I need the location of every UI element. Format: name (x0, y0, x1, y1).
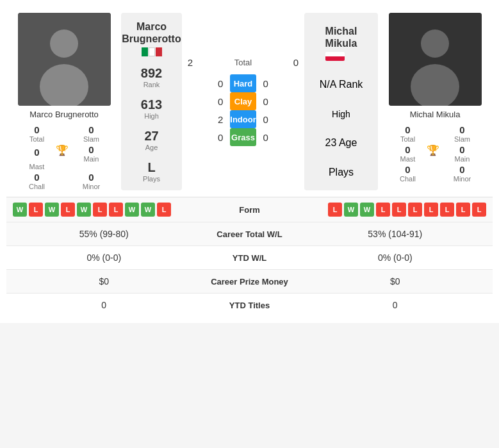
form-badge-left: L (157, 203, 171, 217)
left-mast-stat: 0 Mast (13, 147, 61, 170)
svg-point-4 (421, 29, 449, 58)
right-header-name: MichalMikula (325, 25, 357, 61)
comparison-left: 0% (0-0) (16, 253, 192, 263)
court-right-score: 0 (260, 132, 272, 143)
form-badge-right: L (456, 203, 470, 217)
left-chall-stat: 0 Chall (13, 172, 61, 190)
left-total-value: 0 (34, 124, 39, 135)
court-badge: Indoor (230, 110, 256, 128)
form-badge-left: L (109, 203, 123, 217)
right-main-value: 0 (459, 144, 464, 155)
left-high-block: 613 High (141, 97, 162, 120)
left-high-label: High (144, 112, 159, 120)
comparison-right: 53% (104-91) (307, 229, 484, 239)
court-badge: Clay (230, 92, 256, 110)
left-high-value: 613 (141, 97, 162, 112)
main-container: Marco Brugnerotto 0 Total 0 Slam 0 Mast … (0, 0, 499, 323)
court-right-score: 0 (260, 114, 272, 125)
court-row: 0 Hard 0 (215, 74, 271, 92)
right-chall-value: 0 (405, 164, 410, 175)
left-rank-block: 892 Rank (141, 66, 162, 88)
form-badge-right: W (360, 203, 374, 217)
form-badge-right: L (376, 203, 390, 217)
court-row: 0 Clay 0 (215, 92, 271, 110)
comparison-row: $0 Career Prize Money $0 (6, 269, 493, 293)
left-age-block: 27 Age (144, 129, 158, 151)
right-main-stat: 🏆 0 Main (438, 144, 486, 163)
right-player-avatar (389, 13, 482, 106)
comparison-label: Career Total W/L (192, 229, 307, 239)
right-mast-label: Mast (400, 155, 416, 163)
right-age-block: 23 Age (325, 137, 357, 149)
right-stats-card: MichalMikula N/A Rank High 23 Age (304, 13, 378, 190)
comparison-right: $0 (307, 276, 484, 286)
comparison-left: 0 (16, 300, 192, 310)
left-slam-label: Slam (83, 135, 99, 143)
players-section: Marco Brugnerotto 0 Total 0 Slam 0 Mast … (6, 6, 493, 197)
comparison-row: 55% (99-80) Career Total W/L 53% (104-91… (6, 222, 493, 245)
right-rank-block: N/A Rank (320, 79, 363, 90)
right-mast-value: 0 (405, 144, 410, 155)
right-mast-stat: 0 Mast (384, 144, 432, 163)
left-rank-value: 892 (141, 66, 162, 81)
comparison-label: YTD Titles (192, 301, 307, 310)
left-slam-stat: 0 Slam (67, 124, 115, 143)
form-badge-right: W (344, 203, 358, 217)
right-plays-label: Plays (329, 167, 354, 178)
left-player-avatar (18, 13, 111, 106)
form-badge-right: L (328, 203, 342, 217)
left-minor-label: Minor (83, 183, 101, 190)
right-rank-label: Rank (339, 79, 363, 90)
form-badge-left: L (93, 203, 107, 217)
court-total-right: 0 (290, 57, 302, 68)
right-trophy-icon: 🏆 (427, 144, 439, 156)
left-stats-card: MarcoBrugnerotto 892 Rank 613 High 27 Ag… (121, 13, 182, 190)
left-minor-stat: 0 Minor (67, 172, 115, 190)
right-minor-value: 0 (459, 164, 464, 175)
right-player-name: Michal Mikula (410, 110, 461, 119)
right-chall-label: Chall (400, 175, 416, 183)
left-flag (122, 47, 181, 56)
right-slam-stat: 0 Slam (438, 124, 486, 143)
court-total-label: Total (200, 58, 286, 67)
right-age-label: Age (339, 137, 357, 148)
left-total-stat: 0 Total (13, 124, 61, 143)
right-total-label: Total (400, 135, 415, 143)
right-total-value: 0 (405, 124, 410, 135)
right-high-block: High (332, 108, 350, 120)
form-badge-left: W (45, 203, 59, 217)
court-total-left: 2 (184, 57, 196, 68)
left-chall-label: Chall (29, 183, 45, 190)
form-badge-right: L (424, 203, 438, 217)
right-minor-label: Minor (454, 175, 471, 183)
form-label: Form (211, 205, 288, 215)
left-age-label: Age (145, 144, 158, 151)
right-flag (325, 52, 357, 61)
court-left-score: 2 (215, 114, 226, 125)
right-player-card: Michal Mikula 0 Total 0 Slam 0 Mast 🏆 0 (380, 13, 489, 190)
right-high-value: High (332, 109, 350, 119)
form-badge-left: W (141, 203, 155, 217)
right-slam-label: Slam (454, 135, 470, 143)
court-badge: Hard (230, 74, 256, 92)
left-mast-value: 0 (34, 147, 39, 158)
court-left-score: 0 (215, 132, 226, 143)
court-left-score: 0 (215, 78, 226, 89)
court-total-row: 2 Total 0 (184, 57, 302, 68)
form-badge-left: L (61, 203, 75, 217)
right-player-stats: 0 Total 0 Slam 0 Mast 🏆 0 Main 0 (380, 124, 489, 183)
court-row: 0 Grass 0 (215, 128, 271, 146)
right-main-label: Main (455, 155, 470, 163)
left-header-name: MarcoBrugnerotto (122, 21, 181, 56)
left-chall-value: 0 (34, 172, 39, 183)
left-plays-label: Plays (143, 175, 160, 183)
form-badges-right: LWWLLLLLLL (288, 203, 487, 217)
right-total-stat: 0 Total (384, 124, 432, 143)
court-row: 2 Indoor 0 (215, 110, 271, 128)
left-main-label: Main (84, 155, 99, 163)
form-badge-right: L (440, 203, 454, 217)
right-chall-stat: 0 Chall (384, 164, 432, 183)
right-rank-value: N/A (320, 79, 336, 90)
comparison-left: 55% (99-80) (16, 229, 192, 239)
svg-point-1 (50, 29, 78, 58)
